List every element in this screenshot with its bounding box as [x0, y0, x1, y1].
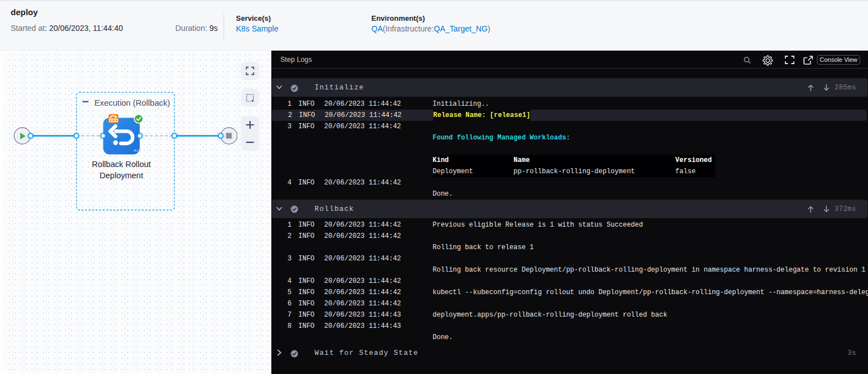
- svg-text:</>: </>: [134, 148, 142, 153]
